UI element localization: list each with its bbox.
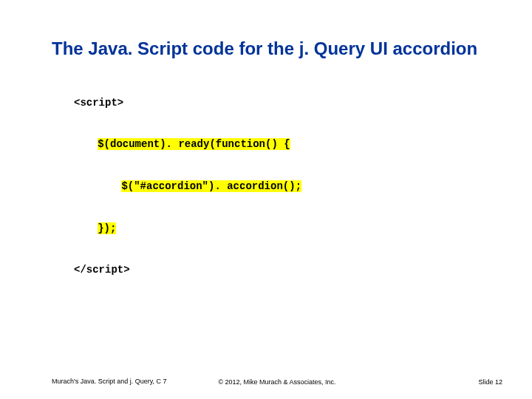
code-line-1: <script> <box>74 96 301 110</box>
code-line-3-highlight: $("#accordion"). accordion(); <box>121 180 301 192</box>
code-line-4-highlight: }); <box>98 222 116 234</box>
code-line-4: }); <box>74 222 301 236</box>
code-line-3: $("#accordion"). accordion(); <box>74 180 301 194</box>
slide-title: The Java. Script code for the j. Query U… <box>52 38 510 60</box>
footer-left: Murach's Java. Script and j. Query, C 7 <box>52 378 167 386</box>
code-line-2: $(document). ready(function() { <box>74 137 301 151</box>
code-line-2-highlight: $(document). ready(function() { <box>98 138 290 150</box>
footer: Murach's Java. Script and j. Query, C 7 … <box>52 378 502 386</box>
footer-right: Slide 12 <box>478 378 502 386</box>
slide: The Java. Script code for the j. Query U… <box>0 0 532 399</box>
footer-center: © 2012, Mike Murach & Associates, Inc. <box>218 378 335 386</box>
code-line-5: </script> <box>74 263 301 277</box>
code-block: <script> $(document). ready(function() {… <box>74 68 301 305</box>
